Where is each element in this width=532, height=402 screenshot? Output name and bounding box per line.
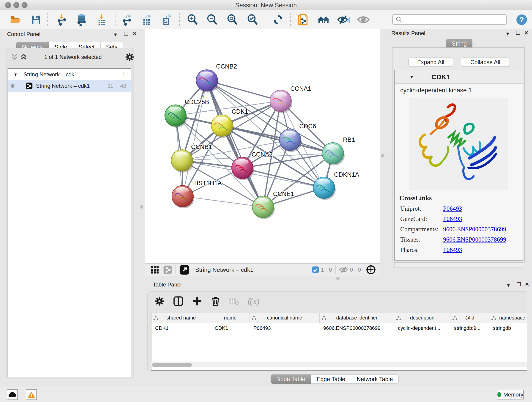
collapse-all-networks-icon[interactable] [19,53,28,61]
control-panel-float-icon[interactable]: ❐ [124,31,128,37]
column-header-canonical-name[interactable]: canonical name [250,313,320,323]
expand-all-networks-icon[interactable] [10,53,19,61]
memory-button[interactable]: Memory [497,390,524,400]
column-header-database-identifier[interactable]: database identifier [320,313,394,323]
tab-string[interactable]: String [446,39,472,48]
import-network-button[interactable] [55,13,69,27]
delete-column-icon[interactable] [211,296,220,306]
zoom-out-button[interactable] [205,13,219,27]
zoom-selected-button[interactable] [246,13,259,27]
gene-symbol: CDK1 [431,73,450,81]
show-columns-icon[interactable] [173,296,183,306]
column-header-name[interactable]: name [211,313,250,323]
network-node-CCNB1[interactable]: CCNB1 [171,143,212,172]
network-node-CCNE1[interactable]: CCNE1 [252,191,294,219]
add-column-icon[interactable] [192,296,202,306]
network-list: ▼ String Network – cdk1 1 String Network… [7,68,131,377]
import-table-button[interactable] [95,13,109,27]
crosslink-link[interactable]: P06493 [443,216,523,223]
network-node-CCNA1[interactable]: CCNA1 [270,85,311,113]
column-header--id[interactable]: @id [450,313,489,323]
table-options-gear-icon[interactable] [154,296,165,306]
network-node-HIST1H1A[interactable]: HIST1H1A [172,180,222,208]
table-cell[interactable]: CDK1 [152,323,211,333]
crosslink-link[interactable]: P06493 [443,205,523,212]
network-view-icon[interactable] [163,265,172,274]
network-row[interactable]: String Network – cdk1 11 48 [8,80,131,92]
network-node-CDKN1A[interactable]: CDKN1A [313,171,359,200]
tab-edge-table[interactable]: Edge Table [311,375,351,384]
column-header-shared-name[interactable]: shared name [152,313,211,323]
import-network-from-database-button[interactable] [75,13,89,27]
network-canvas[interactable]: CCNB2CCNA1CDC25BCDK1CDC6RB1CCNB1CCNA2CDK… [145,29,380,263]
help-icon: ? [516,14,527,26]
table-cell[interactable]: P06493 [250,323,320,333]
column-header-namespace[interactable]: namespace [489,313,527,323]
table-cell[interactable]: stringdb [489,323,527,333]
table-cell[interactable]: 9606.ENSP00000378699 [320,323,394,333]
grid-view-icon[interactable] [150,265,159,274]
network-collection-row[interactable]: ▼ String Network – cdk1 1 [8,69,131,80]
results-panel-float-icon[interactable]: ❐ [516,30,520,36]
collapse-all-button[interactable]: Collapse All [461,57,510,67]
zoom-in-button[interactable] [186,13,199,27]
control-panel: Control Panel ▼ ❐ ✕ NetworkStyleSelectSe… [3,29,135,380]
collection-expand-arrow-icon[interactable]: ▼ [13,72,18,77]
table-hscrollbar-thumb[interactable] [152,363,192,367]
network-node-RB1[interactable]: RB1 [322,136,355,166]
results-hscrollbar[interactable] [394,262,523,268]
network-node-CDC25B[interactable]: CDC25B [165,99,209,128]
string-import-button[interactable] [296,13,310,27]
function-builder-icon[interactable]: f(x) [247,296,260,306]
help-button[interactable]: ? [515,13,529,27]
right-splitter-handle[interactable] [381,154,385,157]
gene-header-row[interactable]: ▼ CDK1 [395,70,523,84]
results-panel-close-icon[interactable]: ✕ [524,30,528,36]
warnings-button[interactable] [26,389,37,400]
column-header-description[interactable]: description [394,313,450,323]
table-hscrollbar[interactable] [151,362,527,367]
crosslink-link[interactable]: 9606.ENSP00000378699 [443,226,523,233]
left-splitter-handle[interactable] [140,205,143,209]
expand-all-button[interactable]: Expand All [409,57,453,67]
table-cell[interactable]: CDK1 [211,323,250,333]
save-session-button[interactable] [29,13,43,27]
network-options-gear-icon[interactable] [125,52,134,62]
table-panel-collapse-icon[interactable]: ▼ [506,282,511,288]
tab-network-table[interactable]: Network Table [351,375,399,384]
gene-collapse-arrow-icon[interactable]: ▼ [409,74,414,80]
control-panel-close-icon[interactable]: ✕ [133,31,137,37]
cloud-status-button[interactable] [7,389,18,400]
apply-layout-button[interactable] [271,13,285,27]
crosslink-link[interactable]: 9606.ENSP00000378699 [443,236,523,243]
show-glass-effect-button[interactable] [356,13,370,27]
tab-node-table[interactable]: Node Table [271,375,311,384]
string-network-graph[interactable]: CCNB2CCNA1CDC25BCDK1CDC6RB1CCNB1CCNA2CDK… [145,29,380,263]
export-network-button[interactable] [120,13,134,27]
export-image-button[interactable] [159,13,173,27]
delete-table-icon[interactable] [229,297,239,305]
birdseye-toggle-icon[interactable] [365,264,376,275]
eye-icon [357,15,370,25]
hide-glass-effect-button[interactable] [336,13,350,27]
table-panel-float-icon[interactable]: ❐ [517,281,521,287]
detach-view-icon[interactable] [179,264,190,275]
table-row[interactable]: CDK1CDK1P064939606.ENSP00000378699cyclin… [152,323,527,333]
table-panel-close-icon[interactable]: ✕ [525,281,529,287]
results-panel-collapse-icon[interactable]: ▼ [505,31,510,37]
crosslink-link[interactable]: P06493 [443,246,523,254]
open-session-button[interactable] [9,13,22,27]
zoom-fit-button[interactable] [225,13,239,27]
control-panel-collapse-icon[interactable]: ▼ [113,32,118,38]
memory-status-dot-icon [497,392,501,397]
node-label: CDK1 [232,108,248,115]
table-cell[interactable]: cyclin-dependent ... [394,323,450,333]
hidden-eye-slash-icon[interactable] [339,266,348,274]
search-input[interactable] [392,14,507,25]
export-table-button[interactable] [140,13,153,27]
table-toolbar: f(x) [154,295,260,307]
selected-checkbox-icon[interactable] [312,266,319,274]
string-home-button[interactable] [317,13,330,27]
network-node-CCNB2[interactable]: CCNB2 [196,63,237,93]
table-cell[interactable]: stringdb:9... [450,323,489,333]
